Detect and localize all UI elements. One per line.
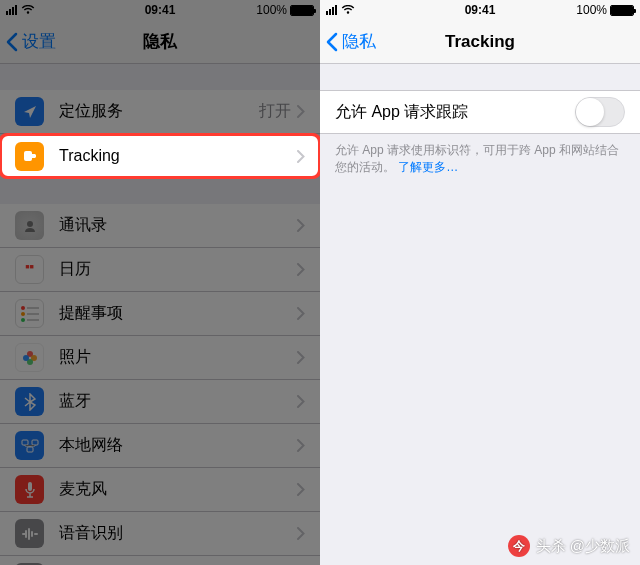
wifi-icon bbox=[21, 5, 35, 15]
nav-title: Tracking bbox=[445, 32, 515, 52]
battery-icon bbox=[610, 5, 634, 16]
status-time: 09:41 bbox=[465, 3, 496, 17]
microphone-icon bbox=[15, 475, 44, 504]
contacts-icon bbox=[15, 211, 44, 240]
row-contacts[interactable]: 通讯录 bbox=[0, 204, 320, 248]
row-label: 本地网络 bbox=[59, 435, 297, 456]
battery-percent: 100% bbox=[576, 3, 607, 17]
svg-rect-7 bbox=[32, 440, 38, 445]
note-text: 允许 App 请求使用标识符，可用于跨 App 和网站结合您的活动。 bbox=[335, 143, 619, 174]
nav-title: 隐私 bbox=[143, 30, 177, 53]
chevron-right-icon bbox=[297, 483, 305, 496]
battery-percent: 100% bbox=[256, 3, 287, 17]
row-tracking[interactable]: Tracking bbox=[0, 134, 320, 178]
row-label: 提醒事项 bbox=[59, 303, 297, 324]
row-detail: 打开 bbox=[259, 101, 291, 122]
photos-icon bbox=[15, 343, 44, 372]
status-bar: 09:41 100% bbox=[0, 0, 320, 20]
chevron-right-icon bbox=[297, 395, 305, 408]
chevron-left-icon bbox=[326, 32, 338, 52]
back-button[interactable]: 设置 bbox=[0, 30, 56, 53]
row-label: 麦克风 bbox=[59, 479, 297, 500]
row-allow-tracking: 允许 App 请求跟踪 bbox=[320, 90, 640, 134]
watermark-text: 头杀 @少数派 bbox=[536, 537, 630, 556]
wifi-icon bbox=[341, 5, 355, 15]
reminders-icon bbox=[15, 299, 44, 328]
bluetooth-icon bbox=[15, 387, 44, 416]
back-button[interactable]: 隐私 bbox=[320, 30, 376, 53]
row-label: 定位服务 bbox=[59, 101, 259, 122]
watermark-logo-icon: 今 bbox=[508, 535, 530, 557]
location-icon bbox=[15, 97, 44, 126]
nav-bar: 隐私 Tracking bbox=[320, 20, 640, 64]
row-microphone[interactable]: 麦克风 bbox=[0, 468, 320, 512]
network-icon bbox=[15, 431, 44, 460]
chevron-right-icon bbox=[297, 105, 305, 118]
allow-tracking-toggle[interactable] bbox=[575, 97, 625, 127]
tracking-icon bbox=[15, 142, 44, 171]
chevron-left-icon bbox=[6, 32, 18, 52]
chevron-right-icon bbox=[297, 263, 305, 276]
svg-rect-9 bbox=[28, 482, 32, 491]
chevron-right-icon bbox=[297, 439, 305, 452]
status-bar: 09:41 100% bbox=[320, 0, 640, 20]
nav-bar: 设置 隐私 bbox=[0, 20, 320, 64]
back-label: 设置 bbox=[22, 30, 56, 53]
tracking-screen: 09:41 100% 隐私 Tracking 允许 App 请求跟踪 允许 Ap… bbox=[320, 0, 640, 565]
svg-rect-8 bbox=[27, 447, 33, 452]
row-speech-recognition[interactable]: 语音识别 bbox=[0, 512, 320, 556]
svg-rect-6 bbox=[22, 440, 28, 445]
row-calendar[interactable]: ■■ 日历 bbox=[0, 248, 320, 292]
svg-point-5 bbox=[23, 355, 29, 361]
battery-icon bbox=[290, 5, 314, 16]
watermark: 今 头杀 @少数派 bbox=[508, 535, 630, 557]
chevron-right-icon bbox=[297, 307, 305, 320]
back-label: 隐私 bbox=[342, 30, 376, 53]
privacy-screen: 09:41 100% 设置 隐私 定位服务 打开 Tracking 通讯录 bbox=[0, 0, 320, 565]
row-bluetooth[interactable]: 蓝牙 bbox=[0, 380, 320, 424]
row-label: 蓝牙 bbox=[59, 391, 297, 412]
chevron-right-icon bbox=[297, 527, 305, 540]
row-label: Tracking bbox=[59, 147, 297, 165]
svg-point-1 bbox=[27, 221, 33, 227]
signal-icon bbox=[326, 5, 337, 15]
row-label: 语音识别 bbox=[59, 523, 297, 544]
toggle-label: 允许 App 请求跟踪 bbox=[335, 102, 575, 123]
row-photos[interactable]: 照片 bbox=[0, 336, 320, 380]
chevron-right-icon bbox=[297, 219, 305, 232]
row-location-services[interactable]: 定位服务 打开 bbox=[0, 90, 320, 134]
speech-icon bbox=[15, 519, 44, 548]
row-local-network[interactable]: 本地网络 bbox=[0, 424, 320, 468]
learn-more-link[interactable]: 了解更多… bbox=[398, 160, 458, 174]
chevron-right-icon bbox=[297, 150, 305, 163]
row-label: 日历 bbox=[59, 259, 297, 280]
calendar-icon: ■■ bbox=[15, 255, 44, 284]
footer-note: 允许 App 请求使用标识符，可用于跨 App 和网站结合您的活动。 了解更多… bbox=[320, 134, 640, 184]
signal-icon bbox=[6, 5, 17, 15]
row-label: 照片 bbox=[59, 347, 297, 368]
svg-rect-0 bbox=[24, 151, 32, 161]
chevron-right-icon bbox=[297, 351, 305, 364]
row-reminders[interactable]: 提醒事项 bbox=[0, 292, 320, 336]
row-label: 通讯录 bbox=[59, 215, 297, 236]
row-camera[interactable]: 相机 bbox=[0, 556, 320, 565]
status-time: 09:41 bbox=[145, 3, 176, 17]
